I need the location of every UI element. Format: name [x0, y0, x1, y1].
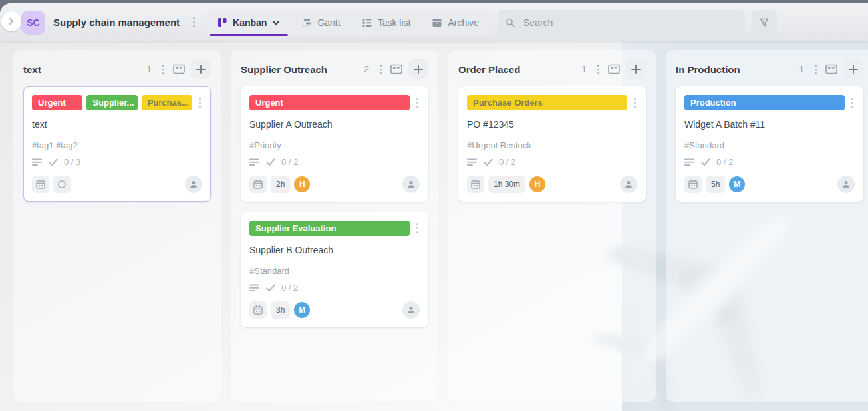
- calendar-button[interactable]: [32, 176, 49, 193]
- sidebar-collapse-button[interactable]: [1, 11, 21, 31]
- checklist-check-icon: [701, 158, 710, 166]
- card-tags: #Urgent Restock: [467, 140, 637, 150]
- project-title: Supply chain management: [53, 17, 180, 28]
- tab-kanban[interactable]: Kanban: [207, 9, 291, 36]
- card-checklist: 0 / 2: [249, 157, 420, 167]
- calendar-button[interactable]: [249, 301, 267, 319]
- card-label: Urgent: [249, 95, 410, 110]
- checklist-progress: 0 / 2: [281, 157, 298, 167]
- project-header: SC Supply chain management Kanban Gantt …: [0, 3, 868, 41]
- column-menu-icon[interactable]: [595, 62, 602, 77]
- project-menu-icon[interactable]: [190, 15, 198, 30]
- time-estimate-badge[interactable]: 2h: [271, 176, 290, 193]
- card-view-button[interactable]: [390, 64, 402, 74]
- card-view-button[interactable]: [608, 64, 620, 74]
- time-estimate-badge[interactable]: 5h: [706, 176, 725, 193]
- card-menu-icon[interactable]: [850, 95, 855, 110]
- card-view-button[interactable]: [825, 64, 837, 74]
- project-avatar[interactable]: SC: [21, 11, 45, 35]
- assign-avatar-button[interactable]: [837, 176, 855, 193]
- tab-gantt[interactable]: Gantt: [291, 9, 351, 36]
- card[interactable]: Urgent Supplier A Outreach #Priority 0 /…: [241, 86, 428, 202]
- card-list: UrgentSupplier...Purchas... text #tag1 #…: [23, 86, 211, 202]
- description-icon: [249, 158, 260, 166]
- card-view-icon: [608, 64, 620, 74]
- description-icon: [32, 158, 43, 166]
- assign-avatar-button[interactable]: [185, 176, 202, 193]
- calendar-button[interactable]: [249, 176, 267, 193]
- card-label: Supplier...: [86, 95, 137, 110]
- checklist-progress: 0 / 2: [281, 283, 298, 293]
- column-card-count: 1: [581, 64, 587, 74]
- calendar-button[interactable]: [684, 176, 702, 193]
- person-icon: [624, 180, 633, 189]
- card-checklist: 0 / 2: [467, 157, 637, 167]
- assign-avatar-button[interactable]: [620, 176, 637, 193]
- column-title: In Production: [676, 64, 799, 75]
- add-card-button[interactable]: [626, 59, 646, 79]
- time-estimate-badge[interactable]: 3h: [271, 301, 290, 319]
- card-menu-icon[interactable]: [415, 221, 420, 236]
- card-view-button[interactable]: [173, 64, 185, 74]
- description-icon: [684, 158, 695, 166]
- assign-avatar-button[interactable]: [402, 301, 420, 319]
- checklist-check-icon: [49, 158, 58, 166]
- card-checklist: 0 / 2: [684, 157, 855, 167]
- column: Supplier Outreach 2 Urgent Supplier A Ou…: [231, 50, 438, 402]
- plus-icon: [196, 64, 206, 74]
- card-checklist: 0 / 3: [32, 157, 202, 167]
- gantt-icon: [301, 17, 312, 28]
- card-menu-icon[interactable]: [633, 95, 637, 110]
- checklist-progress: 0 / 2: [499, 157, 515, 167]
- card[interactable]: Production Widget A Batch #11 #Standard …: [676, 86, 863, 202]
- calendar-button[interactable]: [467, 176, 484, 193]
- filter-button[interactable]: [752, 10, 777, 35]
- card[interactable]: UrgentSupplier...Purchas... text #tag1 #…: [23, 86, 211, 202]
- tab-archive[interactable]: Archive: [421, 9, 490, 36]
- add-card-button[interactable]: [191, 59, 211, 79]
- column-menu-icon[interactable]: [377, 62, 384, 77]
- assignee-badge[interactable]: M: [294, 302, 310, 318]
- add-card-button[interactable]: [408, 59, 428, 79]
- column: Order Placed 1 Purchase Orders PO #12345…: [448, 50, 656, 402]
- card-tags: #Standard: [249, 266, 420, 276]
- card-label: Purchas...: [142, 95, 192, 110]
- column-menu-icon[interactable]: [160, 62, 167, 77]
- card-label: Urgent: [32, 95, 82, 110]
- assign-avatar-button[interactable]: [402, 176, 420, 193]
- column: text 1 UrgentSupplier...Purchas... text …: [13, 50, 221, 402]
- search-input[interactable]: [522, 17, 737, 29]
- column-menu-icon[interactable]: [812, 62, 819, 77]
- assignee-badge[interactable]: M: [729, 176, 745, 192]
- column-title: text: [23, 64, 146, 75]
- column-card-count: 1: [799, 64, 804, 74]
- card[interactable]: Supplier Evaluation Supplier B Outreach …: [241, 212, 428, 327]
- description-icon: [249, 284, 260, 292]
- card-labels: Supplier Evaluation: [249, 221, 410, 236]
- card[interactable]: Purchase Orders PO #12345 #Urgent Restoc…: [458, 86, 646, 202]
- card-label: Purchase Orders: [467, 95, 627, 110]
- calendar-icon: [471, 180, 480, 189]
- card-title: Widget A Batch #11: [684, 119, 855, 130]
- checklist-progress: 0 / 3: [64, 157, 80, 167]
- progress-circle-icon: [57, 179, 67, 190]
- card-list: Production Widget A Batch #11 #Standard …: [676, 86, 863, 202]
- card-list: Urgent Supplier A Outreach #Priority 0 /…: [241, 86, 428, 327]
- calendar-icon: [253, 305, 263, 315]
- add-card-button[interactable]: [843, 59, 863, 79]
- tab-task-list[interactable]: Task list: [351, 9, 422, 36]
- task-list-icon: [362, 17, 372, 28]
- progress-circle-button[interactable]: [53, 176, 71, 193]
- card-menu-icon[interactable]: [415, 95, 420, 110]
- assignee-badge[interactable]: H: [529, 176, 545, 192]
- card-view-icon: [390, 64, 402, 74]
- card-title: PO #12345: [467, 119, 637, 130]
- app-window: SC Supply chain management Kanban Gantt …: [0, 3, 868, 411]
- time-estimate-badge[interactable]: 1h 30m: [488, 176, 525, 193]
- column-card-count: 2: [364, 64, 369, 74]
- card-menu-icon[interactable]: [198, 95, 202, 110]
- description-icon: [467, 158, 478, 166]
- plus-icon: [631, 64, 641, 74]
- assignee-badge[interactable]: H: [294, 176, 310, 192]
- card-checklist: 0 / 2: [249, 283, 420, 293]
